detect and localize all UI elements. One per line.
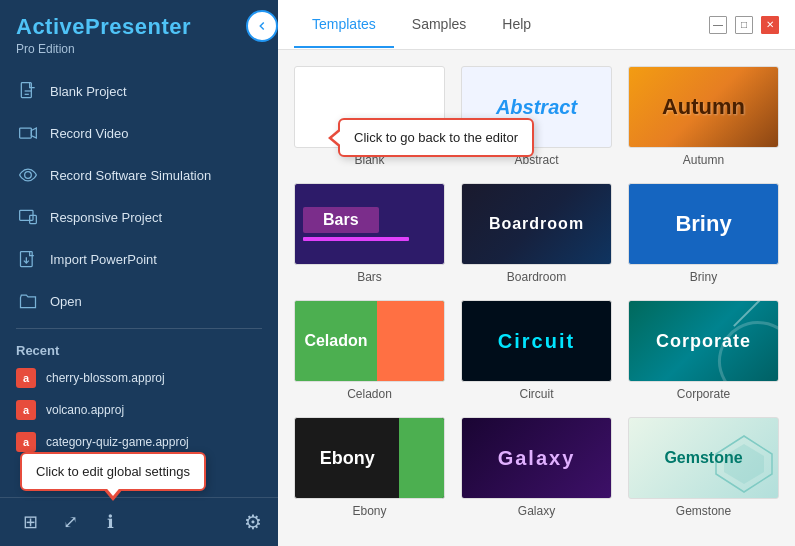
camera-icon <box>16 163 40 187</box>
maximize-button[interactable]: □ <box>735 16 753 34</box>
template-thumb-corporate: Corporate <box>628 300 779 382</box>
template-thumb-galaxy: Galaxy <box>461 417 612 499</box>
nav-label-import-powerpoint: Import PowerPoint <box>50 252 157 267</box>
template-label-ebony: Ebony <box>352 504 386 518</box>
tab-templates[interactable]: Templates <box>294 2 394 48</box>
back-tooltip: Click to go back to the editor <box>338 118 534 157</box>
svg-point-5 <box>25 172 32 179</box>
folder-icon <box>16 289 40 313</box>
app-title: ActivePresenter <box>16 14 262 40</box>
template-thumb-briny: Briny <box>628 183 779 265</box>
recent-label: Recent <box>16 343 262 358</box>
sidebar-item-open[interactable]: Open <box>0 280 278 322</box>
template-thumb-circuit: Circuit <box>461 300 612 382</box>
recent-icon-1: a <box>16 368 36 388</box>
top-bar: Templates Samples Help — □ ✕ <box>278 0 795 50</box>
template-thumb-gemstone: Gemstone <box>628 417 779 499</box>
info-icon[interactable]: ℹ <box>96 508 124 536</box>
abstract-text: Abstract <box>496 96 577 119</box>
minimize-button[interactable]: — <box>709 16 727 34</box>
template-label-gemstone: Gemstone <box>676 504 731 518</box>
close-button[interactable]: ✕ <box>761 16 779 34</box>
template-thumb-boardroom: Boardroom <box>461 183 612 265</box>
sidebar-item-responsive-project[interactable]: Responsive Project <box>0 196 278 238</box>
sidebar-nav: Blank Project Record Video Record Softwa… <box>0 70 278 497</box>
sidebar-item-record-video[interactable]: Record Video <box>0 112 278 154</box>
template-bars[interactable]: Bars Bars <box>294 183 445 284</box>
recent-item-label-2: volcano.approj <box>46 403 124 417</box>
svg-marker-4 <box>31 128 36 138</box>
template-thumb-autumn: Autumn <box>628 66 779 148</box>
recent-icon-3: a <box>16 432 36 452</box>
template-thumb-bars: Bars <box>294 183 445 265</box>
template-label-briny: Briny <box>690 270 717 284</box>
window-controls: — □ ✕ <box>709 16 779 34</box>
import-icon <box>16 247 40 271</box>
app-edition: Pro Edition <box>16 42 262 56</box>
tab-samples[interactable]: Samples <box>394 2 484 48</box>
sidebar-item-record-simulation[interactable]: Record Software Simulation <box>0 154 278 196</box>
template-corporate[interactable]: Corporate Corporate <box>628 300 779 401</box>
template-autumn[interactable]: Autumn Autumn <box>628 66 779 167</box>
nav-label-blank-project: Blank Project <box>50 84 127 99</box>
template-thumb-ebony: Ebony <box>294 417 445 499</box>
tab-help[interactable]: Help <box>484 2 549 48</box>
nav-label-responsive-project: Responsive Project <box>50 210 162 225</box>
sidebar-bottom: ⊞ ⤢ ℹ ⚙ <box>0 497 278 546</box>
template-label-bars: Bars <box>357 270 382 284</box>
recent-item-1[interactable]: a cherry-blossom.approj <box>16 362 262 394</box>
bottom-icons: ⊞ ⤢ ℹ <box>16 508 124 536</box>
recent-section: Recent a cherry-blossom.approj a volcano… <box>0 335 278 462</box>
template-label-autumn: Autumn <box>683 153 724 167</box>
settings-tooltip: Click to edit global settings <box>20 452 206 491</box>
tab-nav: Templates Samples Help <box>294 2 549 48</box>
recent-item-label-1: cherry-blossom.approj <box>46 371 165 385</box>
settings-icon[interactable]: ⚙ <box>244 510 262 534</box>
recent-icon-2: a <box>16 400 36 420</box>
resize-icon[interactable]: ⤢ <box>56 508 84 536</box>
recent-item-label-3: category-quiz-game.approj <box>46 435 189 449</box>
nav-label-record-simulation: Record Software Simulation <box>50 168 211 183</box>
template-briny[interactable]: Briny Briny <box>628 183 779 284</box>
responsive-icon <box>16 205 40 229</box>
template-circuit[interactable]: Circuit Circuit <box>461 300 612 401</box>
main-content: Templates Samples Help — □ ✕ Click to go… <box>278 0 795 546</box>
template-label-galaxy: Galaxy <box>518 504 555 518</box>
template-galaxy[interactable]: Galaxy Galaxy <box>461 417 612 518</box>
file-icon <box>16 79 40 103</box>
nav-label-open: Open <box>50 294 82 309</box>
template-ebony[interactable]: Ebony Ebony <box>294 417 445 518</box>
sidebar-item-blank-project[interactable]: Blank Project <box>0 70 278 112</box>
grid-icon[interactable]: ⊞ <box>16 508 44 536</box>
template-gemstone[interactable]: Gemstone Gemstone <box>628 417 779 518</box>
sidebar: ActivePresenter Pro Edition Blank Projec… <box>0 0 278 546</box>
video-icon <box>16 121 40 145</box>
sidebar-header: ActivePresenter Pro Edition <box>0 0 278 62</box>
template-thumb-celadon: Celadon <box>294 300 445 382</box>
template-label-celadon: Celadon <box>347 387 392 401</box>
template-label-boardroom: Boardroom <box>507 270 566 284</box>
sidebar-divider <box>16 328 262 329</box>
svg-rect-3 <box>20 128 32 138</box>
sidebar-item-import-powerpoint[interactable]: Import PowerPoint <box>0 238 278 280</box>
nav-label-record-video: Record Video <box>50 126 129 141</box>
template-label-circuit: Circuit <box>519 387 553 401</box>
recent-item-2[interactable]: a volcano.approj <box>16 394 262 426</box>
back-button[interactable] <box>246 10 278 42</box>
template-celadon[interactable]: Celadon Celadon <box>294 300 445 401</box>
template-label-corporate: Corporate <box>677 387 730 401</box>
template-boardroom[interactable]: Boardroom Boardroom <box>461 183 612 284</box>
